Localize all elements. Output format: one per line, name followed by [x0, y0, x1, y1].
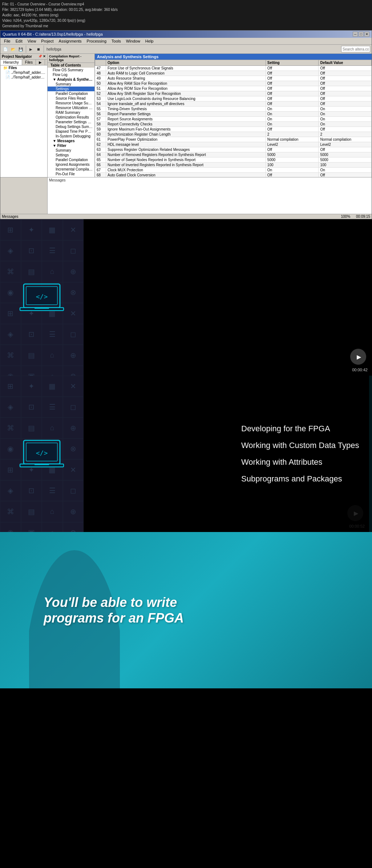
menu-window[interactable]: Window — [124, 38, 142, 44]
panel-pin-icon[interactable]: 📌 — [38, 55, 42, 59]
toc-fitter-settings[interactable]: Settings — [48, 153, 94, 157]
cell-option: Use LogicLock Constraints during Resourc… — [106, 96, 266, 101]
col-setting: Setting — [266, 60, 319, 66]
toc-debug-settings[interactable]: Debug Settings Summary — [48, 124, 94, 129]
table-row[interactable]: 60 Synchronization Register Chain Length… — [95, 132, 372, 137]
table-row[interactable]: 64 Number of Removed Registers Reported … — [95, 152, 372, 157]
table-row[interactable]: 67 Clock MUX Protection On On — [95, 168, 372, 173]
menu-overlay-item-2[interactable]: Working with Custom Data Types — [241, 439, 361, 452]
menu-project[interactable]: Project — [39, 38, 56, 44]
table-row[interactable]: 53 Use LogicLock Constraints during Reso… — [95, 96, 372, 101]
menu-view[interactable]: View — [25, 38, 39, 44]
table-row[interactable]: 49 Auto Resource Sharing Off Off — [95, 76, 372, 81]
status-time: 00:09:15 — [356, 215, 370, 219]
table-row[interactable]: 51 Allow Any ROM Size For Recognition Of… — [95, 86, 372, 91]
table-row[interactable]: 58 Report Connectivity Checks On On — [95, 122, 372, 127]
toolbar-new[interactable]: 📄 — [2, 45, 9, 53]
search-input[interactable] — [341, 46, 370, 52]
table-row[interactable]: 54 Ignore translate_off and synthesis_of… — [95, 101, 372, 107]
menu-overlay-item-3[interactable]: Working with Attributes — [241, 455, 361, 469]
menu-assignments[interactable]: Assignments — [57, 38, 84, 44]
tree-files[interactable]: 📁 Files — [0, 65, 47, 70]
menu-help[interactable]: Help — [143, 38, 156, 44]
instructor-text-line2: programs for an FPGA — [44, 611, 184, 625]
toc-fitter-parallel[interactable]: Parallel Compilation — [48, 157, 94, 162]
tab-hierarchy[interactable]: Hierarchy — [0, 60, 22, 65]
table-row[interactable]: 47 Force Use of Synchronous Clear Signal… — [95, 66, 372, 71]
tab-files[interactable]: Files — [22, 60, 36, 65]
toc-settings[interactable]: Settings — [48, 87, 94, 91]
table-row[interactable]: 63 Suppress Register Optimization Relate… — [95, 147, 372, 152]
table-row[interactable]: 52 Allow Any Shift Register Size For Rec… — [95, 91, 372, 96]
toc-ram[interactable]: RAM Summary — [48, 110, 94, 115]
laptop-icon-1: </> — [18, 279, 65, 315]
close-button[interactable]: ✕ — [364, 32, 369, 37]
cell-num: 56 — [95, 112, 106, 117]
toc-label[interactable]: Table of Contents — [48, 63, 94, 68]
toolbar-compile[interactable]: ▶ — [27, 45, 35, 53]
cell-setting: Off — [266, 147, 319, 152]
table-row[interactable]: 55 Timing-Driven Synthesis On On — [95, 107, 372, 112]
cell-option: Number of Swept Nodes Reported in Synthe… — [106, 157, 266, 163]
table-row[interactable]: 61 PowerPlay Power Optimization Normal c… — [95, 137, 372, 142]
tab-ip[interactable]: ▶ — [36, 60, 45, 65]
toc-flow-log[interactable]: Flow Log — [48, 72, 94, 77]
table-row[interactable]: 66 Number of Inverted Registers Reported… — [95, 163, 372, 168]
toc-pin-out[interactable]: Pin-Out File — [48, 172, 94, 176]
toc-ignored[interactable]: Ignored Assignments — [48, 162, 94, 167]
tree-file-1[interactable]: 📄 ../Temp/half_adder.vhd — [0, 70, 47, 75]
toc-in-system[interactable]: In-System Debugging — [48, 134, 94, 139]
toc-analysis[interactable]: ▼ Analysis & Synthesis — [48, 77, 94, 82]
menu-overlay-item-4[interactable]: Subprograms and Packages — [241, 472, 361, 486]
menu-file[interactable]: File — [2, 38, 13, 44]
cell-setting: Off — [266, 81, 319, 86]
video-play-button-1[interactable] — [350, 349, 366, 365]
meta-line5: Generated by Thumbnail me — [2, 23, 370, 29]
table-row[interactable]: 59 Ignore Maximum Fan-Out Assignments Of… — [95, 127, 372, 132]
cell-option: Auto Gated Clock Conversion — [106, 173, 266, 177]
maximize-button[interactable]: □ — [359, 32, 364, 37]
table-row[interactable]: 65 Number of Swept Nodes Reported in Syn… — [95, 157, 372, 163]
quartus-window: Quartus II 64-Bit - C:/altera/13.0sp1/he… — [0, 30, 372, 219]
toc-parallel[interactable]: Parallel Compilation — [48, 91, 94, 96]
bottom-left-panel — [0, 177, 48, 214]
table-row[interactable]: 50 Allow Any RAM Size For Recognition Of… — [95, 81, 372, 86]
toc-flow-os[interactable]: Flow OS Summary — [48, 68, 94, 72]
tree-file-2[interactable]: 📄 ../Temp/half_adder_tb.vhd — [0, 75, 47, 80]
toolbar-save[interactable]: 💾 — [17, 45, 24, 53]
toc-messages[interactable]: ▼ Messages — [48, 139, 94, 143]
table-row[interactable]: 68 Auto Gated Clock Conversion Off Off — [95, 173, 372, 177]
pattern-icon-cell: ✦ — [21, 376, 42, 397]
table-row[interactable]: 57 Report Source Assignments On On — [95, 117, 372, 122]
table-row[interactable]: 62 HDL message level Level2 Level2 — [95, 142, 372, 147]
toc-fitter[interactable]: ▼ Fitter — [48, 143, 94, 148]
toc-fitter-summary[interactable]: Summary — [48, 148, 94, 153]
menu-edit[interactable]: Edit — [13, 38, 25, 44]
menu-processing[interactable]: Processing — [85, 38, 109, 44]
toolbar-stop[interactable]: ⏹ — [35, 45, 42, 53]
cell-setting: Normal compilation — [266, 137, 319, 142]
toc-resource-section[interactable]: Resource Section — [48, 176, 94, 177]
toc-incremental[interactable]: Incremental Compilation Sect... — [48, 167, 94, 172]
cell-setting: Off — [266, 66, 319, 71]
panel-close-icon[interactable]: ✕ — [43, 55, 46, 59]
video-time-1: 00:00:42 — [352, 368, 368, 372]
toc-resource-util[interactable]: Resource Utilization by Ent... — [48, 105, 94, 110]
menu-overlay-item-1[interactable]: Developing for the FPGA — [241, 422, 361, 436]
menu-tools[interactable]: Tools — [109, 38, 123, 44]
toc-param-settings[interactable]: Parameter Settings by Entity... — [48, 120, 94, 124]
toc-summary[interactable]: Summary — [48, 82, 94, 87]
toc-optimization[interactable]: Optimization Results — [48, 115, 94, 120]
video-dark-1: 00:00:42 — [84, 219, 372, 376]
settings-scroll-area[interactable]: Option Setting Default Value 47 Force Us… — [95, 60, 372, 177]
compilation-title: Compilation Report - hellofpga — [48, 54, 94, 63]
table-row[interactable]: 48 Auto RAM to Logic Cell Conversion Off… — [95, 71, 372, 76]
pattern-icon-cell: ▦ — [42, 376, 63, 397]
toc-resource-usage[interactable]: Resource Usage Summary — [48, 101, 94, 105]
minimize-button[interactable]: ─ — [353, 32, 358, 37]
toc-source-files[interactable]: Source Files Read — [48, 96, 94, 101]
pattern-icon-cell: ⟐ — [42, 522, 63, 532]
toolbar-open[interactable]: 📂 — [9, 45, 17, 53]
toc-elapsed-time[interactable]: Elapsed Time Per Partition — [48, 129, 94, 134]
table-row[interactable]: 56 Report Parameter Settings On On — [95, 112, 372, 117]
